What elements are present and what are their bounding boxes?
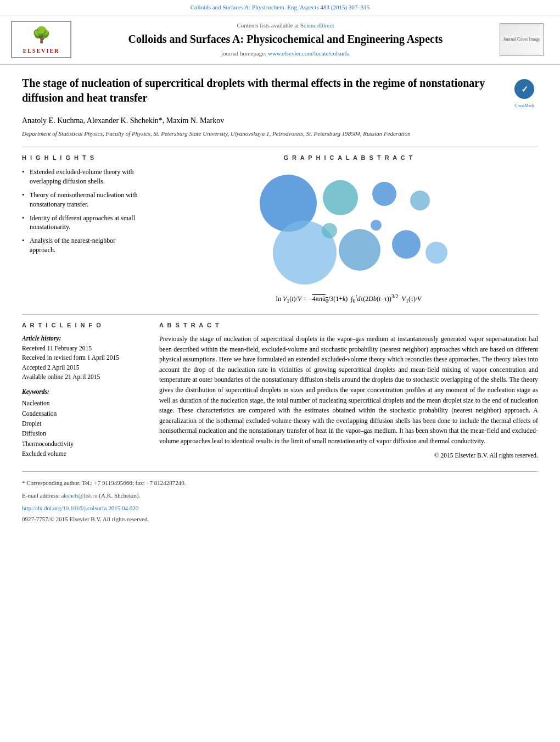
homepage-text: journal homepage: — [221, 50, 266, 57]
email-note: E-mail address: akshch@list.ru (A.K. Shc… — [22, 491, 538, 500]
elsevier-label: ELSEVIER — [14, 47, 68, 55]
svg-point-9 — [425, 242, 447, 264]
abstract-col: A B S T R A C T Previously the stage of … — [159, 321, 538, 461]
email-label: E-mail address: — [22, 492, 60, 499]
article-info-col: A R T I C L E I N F O Article history: R… — [22, 321, 143, 461]
highlights-col: H I G H L I G H T S Extended excluded-vo… — [22, 154, 143, 305]
keyword-item: Thermoconductivity — [22, 439, 143, 449]
abstract-body: Previously the stage of nucleation of su… — [159, 335, 538, 445]
svg-point-10 — [322, 223, 337, 238]
copyright-text: © 2015 Elsevier B.V. All rights reserved… — [159, 451, 538, 461]
formula-display: ln V1(t)/V = −4πnū0/3(1+k) ∫0tdτ(2Db(t−τ… — [159, 293, 538, 305]
crossmark-badge[interactable]: ✓ CrossMark — [511, 76, 538, 109]
svg-text:✓: ✓ — [521, 85, 528, 94]
contents-text: Contents lists available at — [237, 22, 299, 29]
right-logo-text: Journal Cover Image — [503, 36, 540, 42]
email-link[interactable]: akshch@list.ru — [61, 492, 97, 499]
keyword-item: Excluded volume — [22, 449, 143, 459]
svg-point-3 — [323, 180, 358, 215]
right-logo-box: Journal Cover Image — [500, 23, 544, 56]
svg-point-8 — [392, 230, 421, 259]
crossmark-label: CrossMark — [511, 103, 538, 109]
list-item: Identity of different approaches at smal… — [22, 214, 143, 232]
article-title-text: The stage of nucleation of supercritical… — [22, 76, 511, 105]
revised-date: Received in revised form 1 April 2015 — [22, 353, 143, 362]
homepage-link[interactable]: www.elsevier.com/locate/colsurfa — [268, 50, 350, 57]
online-date: Available online 21 April 2015 — [22, 372, 143, 382]
abstract-text: Previously the stage of nucleation of su… — [159, 334, 538, 460]
svg-point-5 — [410, 191, 430, 210]
elsevier-logo-left: 🌳 ELSEVIER — [11, 21, 71, 58]
history-title: Article history: — [22, 334, 143, 343]
article-content: The stage of nucleation of supercritical… — [0, 65, 560, 535]
divider-1 — [22, 147, 538, 147]
doi-link[interactable]: http://dx.doi.org/10.1016/j.colsurfa.201… — [22, 505, 138, 511]
journal-reference-link[interactable]: Colloids and Surfaces A: Physicochem. En… — [191, 4, 370, 10]
article-title: The stage of nucleation of supercritical… — [22, 76, 511, 105]
journal-title-center: Contents lists available at ScienceDirec… — [71, 21, 500, 58]
article-title-section: The stage of nucleation of supercritical… — [22, 76, 538, 109]
page-wrapper: Colloids and Surfaces A: Physicochem. En… — [0, 0, 560, 742]
affiliation: Department of Statistical Physics, Facul… — [22, 130, 538, 138]
authors-text: Anatoly E. Kuchma, Alexander K. Shchekin… — [22, 116, 224, 125]
highlights-graphical-row: H I G H L I G H T S Extended excluded-vo… — [22, 154, 538, 305]
droplets-illustration — [244, 168, 453, 288]
article-footer: * Corresponding author. Tel.: +7 9119495… — [22, 471, 538, 523]
corresponding-note: * Corresponding author. Tel.: +7 9119495… — [22, 478, 538, 488]
issn-line: 0927-7757/© 2015 Elsevier B.V. All right… — [22, 515, 538, 523]
received-date: Received 11 February 2015 — [22, 344, 143, 353]
formula-text: ln V1(t)/V = −4πnū0/3(1+k) ∫0tdτ(2Db(t−τ… — [276, 295, 422, 303]
article-history: Article history: Received 11 February 20… — [22, 334, 143, 382]
divider-2 — [22, 314, 538, 315]
list-item: Analysis of the nearest-neighbor approac… — [22, 236, 143, 255]
svg-point-7 — [339, 229, 380, 271]
graphical-abstract-label: G R A P H I C A L A B S T R A C T — [159, 154, 538, 162]
highlights-list: Extended excluded-volume theory with ove… — [22, 168, 143, 254]
keywords-title: Keywords: — [22, 387, 143, 396]
corresponding-text: * Corresponding author. Tel.: +7 9119495… — [22, 479, 186, 486]
journal-logo-right: Journal Cover Image — [500, 23, 549, 56]
contents-line: Contents lists available at ScienceDirec… — [82, 21, 489, 30]
issn-text: 0927-7757/© 2015 Elsevier B.V. All right… — [22, 516, 149, 522]
highlights-label: H I G H L I G H T S — [22, 154, 143, 162]
svg-point-4 — [372, 182, 396, 206]
accepted-date: Accepted 2 April 2015 — [22, 363, 143, 372]
info-abstract-row: A R T I C L E I N F O Article history: R… — [22, 321, 538, 461]
list-item: Theory of nonisothermal nucleation with … — [22, 191, 143, 209]
email-suffix: (A.K. Shchekin). — [99, 492, 140, 499]
article-info-label: A R T I C L E I N F O — [22, 321, 143, 330]
homepage-line: journal homepage: www.elsevier.com/locat… — [82, 49, 489, 58]
keyword-item: Droplet — [22, 419, 143, 428]
list-item: Extended excluded-volume theory with ove… — [22, 168, 143, 186]
journal-header: 🌳 ELSEVIER Contents lists available at S… — [0, 15, 560, 64]
top-reference-bar: Colloids and Surfaces A: Physicochem. En… — [0, 0, 560, 15]
authors-line: Anatoly E. Kuchma, Alexander K. Shchekin… — [22, 115, 538, 126]
doi-line: http://dx.doi.org/10.1016/j.colsurfa.201… — [22, 504, 538, 512]
keyword-item: Nucleation — [22, 398, 143, 408]
abstract-label: A B S T R A C T — [159, 321, 538, 330]
svg-point-11 — [371, 220, 382, 231]
keywords-section: Keywords: Nucleation Condensation Drople… — [22, 387, 143, 459]
keyword-item: Condensation — [22, 409, 143, 419]
graphical-abstract-col: G R A P H I C A L A B S T R A C T — [159, 154, 538, 305]
crossmark-icon: ✓ — [513, 78, 535, 100]
journal-main-title: Colloids and Surfaces A: Physicochemical… — [82, 32, 489, 46]
sciencedirect-link[interactable]: ScienceDirect — [300, 22, 334, 29]
keyword-item: Diffusion — [22, 428, 143, 438]
tree-icon: 🌳 — [14, 24, 68, 46]
